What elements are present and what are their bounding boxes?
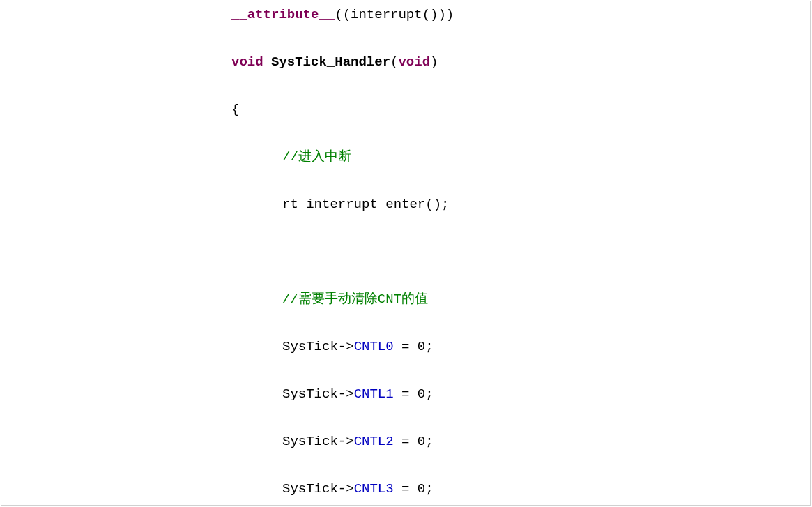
code-line: rt_interrupt_enter(); xyxy=(1,192,810,216)
assign-tail: = 0; xyxy=(394,386,434,402)
code-line: __attribute__((interrupt())) xyxy=(1,3,810,27)
code-line-blank xyxy=(1,240,810,264)
indent: SysTick->CNTL0 = 0; xyxy=(231,335,434,358)
code-line: SysTick->CNTL0 = 0; xyxy=(1,335,810,358)
code-line: { xyxy=(1,98,810,121)
function-name: SysTick_Handler xyxy=(271,54,390,70)
code-line: //进入中断 xyxy=(1,145,810,169)
space xyxy=(263,54,271,70)
field: CNTL0 xyxy=(354,339,394,354)
call: rt_interrupt_enter(); xyxy=(282,197,449,212)
keyword-void: void xyxy=(398,54,430,70)
assign-tail: = 0; xyxy=(394,339,434,354)
code-block: __attribute__((interrupt())) void SysTic… xyxy=(1,3,810,507)
indent: SysTick->CNTL1 = 0; xyxy=(231,382,434,406)
systick-prefix: SysTick-> xyxy=(282,386,354,402)
code-line: //需要手动清除CNT的值 xyxy=(1,287,810,311)
attribute-keyword: __attribute__ xyxy=(231,7,335,22)
brace-open: { xyxy=(231,102,239,117)
paren-close: ) xyxy=(430,54,438,70)
code-line: SysTick->CNTL1 = 0; xyxy=(1,382,810,406)
systick-prefix: SysTick-> xyxy=(282,339,354,354)
systick-prefix: SysTick-> xyxy=(282,434,354,449)
code-line: void SysTick_Handler(void) xyxy=(1,50,810,74)
indent: //进入中断 xyxy=(231,145,351,169)
comment: //进入中断 xyxy=(282,149,351,165)
indent: SysTick->CNTL2 = 0; xyxy=(231,430,434,453)
indent: rt_interrupt_enter(); xyxy=(231,192,449,216)
keyword-void: void xyxy=(231,54,263,70)
code-frame: __attribute__((interrupt())) void SysTic… xyxy=(1,1,811,506)
code-line: SysTick->CNTL2 = 0; xyxy=(1,430,810,453)
assign-tail: = 0; xyxy=(394,434,434,449)
attribute-args: ((interrupt())) xyxy=(335,7,454,22)
paren-open: ( xyxy=(390,54,398,70)
field: CNTL3 xyxy=(354,481,394,497)
comment: //需要手动清除CNT的值 xyxy=(282,292,428,307)
systick-prefix: SysTick-> xyxy=(282,481,354,497)
code-line: SysTick->CNTL3 = 0; xyxy=(1,477,810,501)
indent: //需要手动清除CNT的值 xyxy=(231,287,428,311)
field: CNTL2 xyxy=(354,434,394,449)
field: CNTL1 xyxy=(354,386,394,402)
assign-tail: = 0; xyxy=(394,481,434,497)
indent: SysTick->CNTL3 = 0; xyxy=(231,477,434,501)
